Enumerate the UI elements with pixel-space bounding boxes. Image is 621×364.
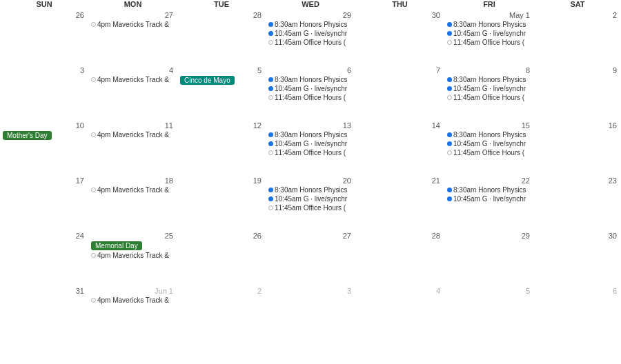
day-number: Jun 1 [91, 287, 175, 295]
event-item[interactable]: 10:45am G · live/synchr [447, 85, 531, 92]
day-cell: 14 [355, 119, 444, 174]
event-item[interactable]: 4pm Mavericks Track & [91, 296, 175, 304]
day-number: 12 [180, 121, 263, 130]
event-item[interactable]: 11:45am Office Hours ( [268, 39, 353, 46]
event-item[interactable]: 10:45am G · live/synchr [268, 30, 353, 37]
event-badge[interactable]: Memorial Day [91, 241, 142, 250]
day-cell: 4 [355, 284, 444, 339]
event-label: 4pm Mavericks Track & [97, 296, 169, 304]
day-number: 19 [180, 176, 263, 185]
filled-dot-icon [447, 188, 452, 192]
outline-dot-icon [447, 150, 452, 155]
event-item[interactable]: 8:30am Honors Physics [447, 131, 531, 139]
event-label: 11:45am Office Hours ( [453, 39, 524, 46]
day-cell: 44pm Mavericks Track & [88, 63, 177, 119]
event-item[interactable]: 8:30am Honors Physics [268, 21, 353, 28]
event-label: 4pm Mavericks Track & [97, 252, 169, 259]
day-cell: 12 [177, 119, 266, 174]
event-badge[interactable]: Mother's Day [3, 131, 52, 140]
day-cell: 17 [0, 174, 88, 229]
day-cell: 114pm Mavericks Track & [88, 119, 177, 174]
day-cell: 5 [444, 284, 534, 339]
filled-dot-icon [447, 86, 452, 91]
event-item[interactable]: 10:45am G · live/synchr [447, 30, 531, 37]
event-label: 10:45am G · live/synchr [453, 140, 526, 148]
outline-dot-icon [268, 205, 273, 210]
event-label: 10:45am G · live/synchr [275, 85, 347, 92]
event-item[interactable]: 10:45am G · live/synchr [268, 140, 353, 148]
day-header-sat: SAT [534, 0, 621, 8]
event-item[interactable]: 8:30am Honors Physics [268, 186, 353, 194]
event-label: 8:30am Honors Physics [275, 76, 348, 83]
event-item[interactable]: 10:45am G · live/synchr [447, 195, 531, 203]
day-cell: 208:30am Honors Physics10:45am G · live/… [266, 174, 355, 229]
event-label: 10:45am G · live/synchr [453, 85, 526, 92]
day-number: 22 [447, 176, 531, 185]
event-item[interactable]: 4pm Mavericks Track & [91, 76, 175, 83]
event-item[interactable]: 10:45am G · live/synchr [268, 85, 353, 92]
day-cell: 184pm Mavericks Track & [88, 174, 177, 229]
event-label: 10:45am G · live/synchr [275, 195, 347, 203]
day-number: 2 [537, 11, 618, 19]
event-label: 8:30am Honors Physics [275, 131, 348, 139]
event-label: 8:30am Honors Physics [453, 21, 526, 28]
event-item[interactable]: 8:30am Honors Physics [447, 186, 531, 194]
filled-dot-icon [447, 196, 452, 201]
event-item[interactable]: 8:30am Honors Physics [447, 21, 531, 28]
day-number: 29 [268, 11, 353, 19]
day-number: 24 [3, 232, 86, 240]
day-cell: 21 [355, 174, 444, 229]
event-item[interactable]: 11:45am Office Hours ( [447, 39, 531, 46]
event-label: 11:45am Office Hours ( [275, 149, 346, 156]
day-cell: 28 [355, 229, 444, 284]
day-header-mon: MON [88, 0, 177, 8]
day-number: 3 [268, 287, 353, 295]
day-number: 8 [447, 66, 531, 74]
day-cell: 19 [177, 174, 266, 229]
day-number: 14 [358, 121, 442, 130]
day-header-thu: THU [355, 0, 444, 8]
event-item[interactable]: 8:30am Honors Physics [268, 131, 353, 139]
filled-dot-icon [447, 22, 452, 27]
day-number: 23 [537, 176, 618, 185]
outline-dot-icon [447, 40, 452, 45]
outline-dot-icon [268, 40, 273, 45]
event-item[interactable]: 11:45am Office Hours ( [268, 94, 353, 101]
event-label: 4pm Mavericks Track & [97, 186, 169, 194]
day-number: 16 [537, 121, 618, 130]
day-number: 26 [180, 232, 263, 240]
day-cell: 228:30am Honors Physics10:45am G · live/… [444, 174, 534, 229]
event-item[interactable]: 4pm Mavericks Track & [91, 131, 175, 139]
day-cell: 88:30am Honors Physics10:45am G · live/s… [444, 63, 534, 119]
filled-dot-icon [268, 132, 273, 137]
day-cell: May 18:30am Honors Physics10:45am G · li… [444, 8, 534, 63]
event-item[interactable]: 11:45am Office Hours ( [447, 149, 531, 156]
event-item[interactable]: 8:30am Honors Physics [447, 76, 531, 83]
event-label: 11:45am Office Hours ( [453, 149, 524, 156]
day-header-fri: FRI [444, 0, 534, 8]
event-item[interactable]: 10:45am G · live/synchr [447, 140, 531, 148]
event-item[interactable]: 4pm Mavericks Track & [91, 21, 175, 28]
event-item[interactable]: 11:45am Office Hours ( [447, 94, 531, 101]
event-label: 11:45am Office Hours ( [453, 94, 524, 101]
day-number: 13 [268, 121, 353, 130]
day-cell: 24 [0, 229, 88, 284]
day-cell: 30 [355, 8, 444, 63]
event-item[interactable]: 8:30am Honors Physics [268, 76, 353, 83]
day-number: 10 [3, 121, 86, 130]
event-label: 8:30am Honors Physics [275, 21, 348, 28]
event-item[interactable]: 10:45am G · live/synchr [268, 195, 353, 203]
day-number: 30 [358, 11, 442, 19]
day-cell: 26 [0, 8, 88, 63]
event-item[interactable]: 11:45am Office Hours ( [268, 149, 353, 156]
event-item[interactable]: 4pm Mavericks Track & [91, 186, 175, 194]
event-badge[interactable]: Cinco de Mayo [180, 76, 235, 85]
day-number: 28 [180, 11, 263, 19]
event-label: 8:30am Honors Physics [453, 131, 526, 139]
day-cell: 7 [355, 63, 444, 119]
event-label: 10:45am G · live/synchr [453, 30, 526, 37]
day-number: 9 [537, 66, 618, 74]
event-item[interactable]: 11:45am Office Hours ( [268, 204, 353, 212]
outline-dot-icon [91, 132, 96, 137]
event-item[interactable]: 4pm Mavericks Track & [91, 252, 175, 259]
